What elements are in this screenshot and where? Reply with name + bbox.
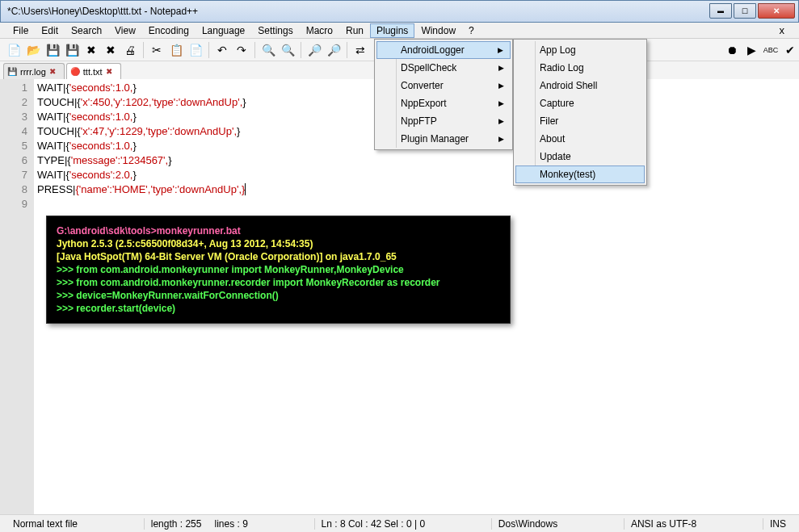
maximize-button[interactable] xyxy=(734,3,756,19)
replace-icon[interactable]: 🔍 xyxy=(279,41,296,59)
menu-language[interactable]: Language xyxy=(196,23,251,38)
menuitem-label: NppExport xyxy=(401,98,447,109)
console-line: >>> device=MonkeyRunner.waitForConnectio… xyxy=(57,289,500,302)
menu-edit[interactable]: Edit xyxy=(35,23,65,38)
submenu-arrow-icon: ▶ xyxy=(498,64,504,72)
paste-icon[interactable]: 📄 xyxy=(187,41,204,59)
sync-icon[interactable]: ⇄ xyxy=(351,41,369,59)
zoom-out-icon[interactable]: 🔎 xyxy=(325,41,343,59)
open-icon[interactable]: 📂 xyxy=(24,41,42,59)
code-line[interactable]: WAIT|{'seconds':2.0,} xyxy=(37,168,796,182)
menu-plugins[interactable]: Plugins xyxy=(370,23,414,38)
toolbar-separator xyxy=(347,42,347,58)
done-icon[interactable]: ✔ xyxy=(781,41,799,59)
menuitem-capture[interactable]: Capture xyxy=(515,94,645,112)
status-position: Ln : 8 Col : 42 Sel : 0 | 0 xyxy=(314,518,432,530)
toolbar-separator xyxy=(301,42,301,58)
redo-icon[interactable]: ↷ xyxy=(233,41,250,59)
status-eol: Dos\Windows xyxy=(491,518,564,530)
cut-icon[interactable]: ✂ xyxy=(148,41,166,59)
abc-icon[interactable]: ABC xyxy=(762,41,780,59)
menuitem-nppftp[interactable]: NppFTP▶ xyxy=(376,112,511,130)
play-icon[interactable]: ▶ xyxy=(742,41,760,59)
menuitem-androidlogger[interactable]: AndroidLogger▶ xyxy=(376,41,511,59)
window-titlebar: *C:\Users\Honey\Desktop\ttt.txt - Notepa… xyxy=(0,0,799,23)
menubar-close-doc[interactable]: x xyxy=(775,24,790,36)
menuitem-nppexport[interactable]: NppExport▶ xyxy=(376,94,511,112)
submenu-arrow-icon: ▶ xyxy=(498,46,503,54)
status-length: length : 255 xyxy=(144,518,208,530)
undo-icon[interactable]: ↶ xyxy=(213,41,231,59)
plugins-menu[interactable]: AndroidLogger▶DSpellCheck▶Converter▶NppE… xyxy=(374,39,513,150)
close-doc-icon[interactable]: ✖ xyxy=(82,41,100,59)
menu-?[interactable]: ? xyxy=(462,23,481,38)
androidlogger-submenu[interactable]: App LogRadio LogAndroid ShellCaptureFile… xyxy=(513,39,647,186)
window-title: *C:\Users\Honey\Desktop\ttt.txt - Notepa… xyxy=(7,6,708,17)
minimize-button[interactable] xyxy=(709,3,732,19)
submenu-arrow-icon: ▶ xyxy=(498,135,504,143)
status-filetype: Normal text file xyxy=(6,518,84,530)
menuitem-label: Monkey(test) xyxy=(540,169,595,180)
menuitem-label: App Log xyxy=(540,44,576,56)
window-buttons xyxy=(708,3,795,19)
console-line: [Java HotSpot(TM) 64-Bit Server VM (Orac… xyxy=(57,250,500,263)
menuitem-label: NppFTP xyxy=(401,115,437,127)
menuitem-plugin-manager[interactable]: Plugin Manager▶ xyxy=(376,130,511,148)
close-button[interactable] xyxy=(758,3,795,19)
file-icon: 🔴 xyxy=(70,67,80,77)
menuitem-update[interactable]: Update xyxy=(515,148,645,165)
menu-run[interactable]: Run xyxy=(339,23,370,38)
menuitem-android-shell[interactable]: Android Shell xyxy=(515,77,645,94)
menuitem-label: About xyxy=(540,133,565,145)
save-all-icon[interactable]: 💾 xyxy=(63,41,81,59)
menuitem-monkey-test-[interactable]: Monkey(test) xyxy=(515,165,645,183)
menuitem-dspellcheck[interactable]: DSpellCheck▶ xyxy=(376,59,511,77)
code-line[interactable]: PRESS|{'name':'HOME','type':'downAndUp',… xyxy=(37,182,796,197)
code-line[interactable] xyxy=(37,197,796,212)
submenu-arrow-icon: ▶ xyxy=(498,117,504,125)
save-icon[interactable]: 💾 xyxy=(44,41,61,59)
status-bar: Normal text file length : 255 lines : 9 … xyxy=(0,514,799,532)
console-line: >>> from com.android.monkeyrunner import… xyxy=(57,263,500,276)
menu-view[interactable]: View xyxy=(108,23,142,38)
menu-window[interactable]: Window xyxy=(414,23,462,38)
tab-rrrr-log[interactable]: 💾rrrr.log✖ xyxy=(3,63,65,79)
submenu-arrow-icon: ▶ xyxy=(498,99,504,107)
menuitem-label: Converter xyxy=(401,80,444,91)
zoom-in-icon[interactable]: 🔎 xyxy=(305,41,323,59)
status-mode: INS xyxy=(763,518,793,530)
close-all-icon[interactable]: ✖ xyxy=(102,41,120,59)
tab-close-icon[interactable]: ✖ xyxy=(106,67,116,77)
print-icon[interactable]: 🖨 xyxy=(121,41,139,59)
console-line: >>> recorder.start(device) xyxy=(57,302,500,315)
submenu-arrow-icon: ▶ xyxy=(498,82,504,90)
menu-encoding[interactable]: Encoding xyxy=(142,23,196,38)
rec-icon[interactable]: ⏺ xyxy=(723,41,741,59)
toolbar-separator xyxy=(208,42,209,58)
tab-ttt-txt[interactable]: 🔴ttt.txt✖ xyxy=(66,63,121,79)
file-icon: 💾 xyxy=(7,67,17,77)
menu-settings[interactable]: Settings xyxy=(251,23,299,38)
tab-label: rrrr.log xyxy=(20,67,46,77)
menuitem-converter[interactable]: Converter▶ xyxy=(376,77,511,94)
menu-search[interactable]: Search xyxy=(65,23,108,38)
code-line[interactable]: TYPE|{'message':'1234567',} xyxy=(37,153,796,168)
menubar: FileEditSearchViewEncodingLanguageSettin… xyxy=(0,23,799,39)
menuitem-about[interactable]: About xyxy=(515,130,645,148)
toolbar-separator xyxy=(254,42,255,58)
new-icon[interactable]: 📄 xyxy=(5,41,23,59)
tab-label: ttt.txt xyxy=(83,67,103,77)
menu-file[interactable]: File xyxy=(6,23,35,38)
menu-macro[interactable]: Macro xyxy=(300,23,339,38)
console-line: >>> from com.android.monkeyrunner.record… xyxy=(57,276,500,289)
menuitem-filer[interactable]: Filer xyxy=(515,112,645,130)
find-icon[interactable]: 🔍 xyxy=(259,41,277,59)
menuitem-label: Update xyxy=(540,151,571,162)
menuitem-label: DSpellCheck xyxy=(401,62,456,73)
copy-icon[interactable]: 📋 xyxy=(167,41,185,59)
menuitem-label: Android Shell xyxy=(540,80,597,91)
menuitem-app-log[interactable]: App Log xyxy=(515,41,645,59)
tab-close-icon[interactable]: ✖ xyxy=(49,67,59,77)
menuitem-radio-log[interactable]: Radio Log xyxy=(515,59,645,77)
toolbar-separator xyxy=(143,42,144,58)
